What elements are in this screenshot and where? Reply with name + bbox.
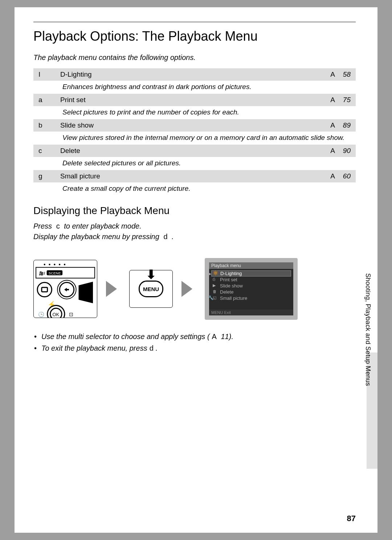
option-page: 89 bbox=[338, 119, 356, 132]
option-icon: g bbox=[33, 170, 55, 182]
menu-button: ⬇ MENU bbox=[139, 281, 163, 297]
svg-text:⊡: ⊡ bbox=[69, 311, 73, 317]
option-desc: Select pictures to print and the number … bbox=[33, 106, 356, 119]
arrow-icon bbox=[106, 280, 121, 298]
camera-svg: 🎥/ SCENE ⚡ OK 🕒 ⊡ bbox=[34, 260, 97, 318]
lcd-footer: MENU Exit bbox=[209, 310, 293, 315]
instruction-line-1: Press c to enter playback mode. bbox=[33, 221, 356, 231]
illustration-row: 🎥/ SCENE ⚡ OK 🕒 ⊡ ⬇ MENU bbox=[33, 258, 356, 320]
camera-back-diagram: 🎥/ SCENE ⚡ OK 🕒 ⊡ bbox=[33, 260, 97, 318]
lcd-item: Delete bbox=[211, 289, 291, 295]
arrow-icon bbox=[181, 280, 196, 298]
svg-point-9 bbox=[37, 282, 52, 297]
option-desc-row: Delete selected pictures or all pictures… bbox=[33, 157, 356, 170]
ref-page: 11 bbox=[221, 333, 229, 340]
menu-symbol: d bbox=[161, 233, 170, 241]
side-label: Shooting, Playback and Setup Menus bbox=[364, 273, 372, 386]
text: Press bbox=[33, 222, 52, 230]
option-ref: A bbox=[325, 170, 338, 182]
text: . bbox=[172, 233, 174, 241]
options-table: ID-LightingA58Enhances brightness and co… bbox=[33, 68, 356, 196]
option-row: bSlide showA89 bbox=[33, 119, 356, 132]
text: Display the playback menu by pressing bbox=[33, 233, 159, 241]
down-arrow-icon: ⬇ bbox=[146, 267, 156, 282]
bullet-list: Use the multi selector to choose and app… bbox=[33, 331, 356, 354]
lcd-item: Print set bbox=[211, 277, 291, 283]
option-desc: Create a small copy of the current pictu… bbox=[33, 182, 356, 196]
option-ref: A bbox=[325, 119, 338, 132]
intro-text: The playback menu contains the following… bbox=[33, 53, 356, 62]
bullet-item: To exit the playback menu, pressd. bbox=[41, 342, 356, 354]
option-ref: A bbox=[325, 68, 338, 81]
option-name: Small picture bbox=[55, 170, 325, 182]
svg-text:🕒: 🕒 bbox=[38, 311, 45, 318]
manual-page: Playback Options: The Playback Menu The … bbox=[15, 7, 377, 533]
svg-point-1 bbox=[49, 264, 50, 265]
option-name: Print set bbox=[55, 94, 325, 106]
option-row: aPrint setA75 bbox=[33, 94, 356, 106]
lcd-menu-list: D-Lighting Print set Slide show Delete S… bbox=[209, 269, 293, 303]
option-desc-row: Create a small copy of the current pictu… bbox=[33, 182, 356, 196]
option-name: Slide show bbox=[55, 119, 325, 132]
svg-rect-10 bbox=[42, 287, 48, 292]
option-desc-row: Select pictures to print and the number … bbox=[33, 106, 356, 119]
lcd-title: Playback menu bbox=[209, 262, 293, 269]
menu-symbol: d bbox=[147, 344, 156, 352]
page-title: Playback Options: The Playback Menu bbox=[33, 29, 356, 44]
option-name: Delete bbox=[55, 145, 325, 157]
lcd-side-icons: ▶🔧 bbox=[208, 270, 213, 302]
option-icon: a bbox=[33, 94, 55, 106]
svg-point-3 bbox=[59, 264, 60, 265]
lcd-item: Slide show bbox=[211, 283, 291, 289]
text: to enter playback mode. bbox=[64, 222, 141, 230]
option-icon: c bbox=[33, 145, 55, 157]
menu-button-label: MENU bbox=[143, 286, 159, 292]
text: . bbox=[156, 344, 158, 352]
svg-text:⚡: ⚡ bbox=[48, 301, 56, 309]
option-icon: I bbox=[33, 68, 55, 81]
option-row: cDeleteA90 bbox=[33, 145, 356, 157]
section-subheading: Displaying the Playback Menu bbox=[33, 205, 356, 217]
option-desc: View pictures stored in the internal mem… bbox=[33, 132, 356, 145]
option-page: 75 bbox=[338, 94, 356, 106]
playback-symbol: c bbox=[54, 222, 62, 230]
option-page: 58 bbox=[338, 68, 356, 81]
instruction-line-2: Display the playback menu by pressing d … bbox=[33, 231, 356, 242]
svg-point-4 bbox=[64, 264, 65, 265]
option-desc-row: Enhances brightness and contrast in dark… bbox=[33, 81, 356, 94]
text: To exit the playback menu, press bbox=[41, 344, 147, 352]
bullet-item: Use the multi selector to choose and app… bbox=[41, 331, 356, 342]
option-ref: A bbox=[325, 145, 338, 157]
option-desc: Enhances brightness and contrast in dark… bbox=[33, 81, 356, 94]
option-desc-row: View pictures stored in the internal mem… bbox=[33, 132, 356, 145]
text: Use the multi selector to choose and app… bbox=[41, 333, 210, 340]
option-page: 60 bbox=[338, 170, 356, 182]
option-ref: A bbox=[325, 94, 338, 106]
option-row: gSmall pictureA60 bbox=[33, 170, 356, 182]
menu-button-diagram: ⬇ MENU bbox=[129, 270, 173, 308]
svg-point-0 bbox=[44, 264, 45, 265]
option-page: 90 bbox=[338, 145, 356, 157]
option-desc: Delete selected pictures or all pictures… bbox=[33, 157, 356, 170]
svg-text:SCENE: SCENE bbox=[49, 271, 61, 275]
page-number: 87 bbox=[347, 514, 356, 523]
lcd-item: Small picture bbox=[211, 295, 291, 301]
lcd-screen: Playback menu D-Lighting Print set Slide… bbox=[205, 258, 298, 320]
header-rule bbox=[33, 22, 356, 22]
svg-point-2 bbox=[54, 264, 55, 265]
text: ). bbox=[229, 333, 233, 340]
ref-symbol: A bbox=[210, 333, 219, 340]
svg-text:OK: OK bbox=[52, 312, 59, 317]
lcd-item: D-Lighting bbox=[211, 270, 291, 277]
option-row: ID-LightingA58 bbox=[33, 68, 356, 81]
option-name: D-Lighting bbox=[55, 68, 325, 81]
option-icon: b bbox=[33, 119, 55, 132]
svg-text:🎥/: 🎥/ bbox=[39, 271, 45, 276]
